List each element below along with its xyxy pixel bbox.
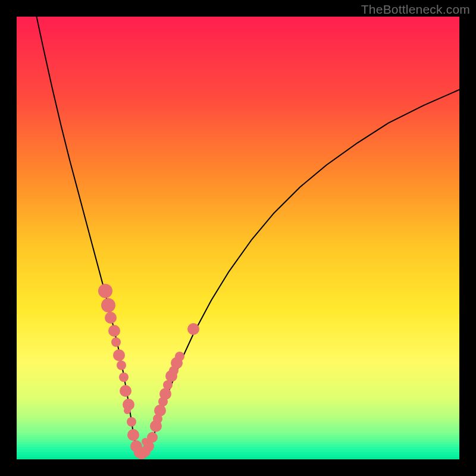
data-point xyxy=(175,352,184,361)
data-point xyxy=(108,325,120,337)
watermark-text: TheBottleneck.com xyxy=(361,2,470,17)
chart-frame: TheBottleneck.com xyxy=(0,0,476,476)
data-point xyxy=(101,298,115,312)
data-point xyxy=(113,349,125,361)
plot-area xyxy=(17,17,459,459)
data-point xyxy=(119,372,129,382)
data-point xyxy=(98,284,112,298)
data-point xyxy=(154,405,166,416)
data-point xyxy=(117,361,126,370)
bottleneck-curve xyxy=(17,17,459,459)
data-point xyxy=(124,407,131,414)
data-point xyxy=(127,429,139,441)
data-point xyxy=(187,323,199,335)
data-point xyxy=(111,337,121,347)
data-point xyxy=(159,388,171,400)
data-point xyxy=(147,432,158,443)
data-point xyxy=(120,385,131,397)
data-point xyxy=(127,417,136,427)
data-point xyxy=(105,312,117,324)
